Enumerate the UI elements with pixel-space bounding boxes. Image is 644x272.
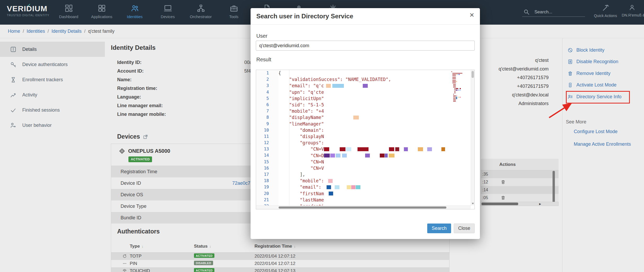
- code-gap: [324, 181, 328, 181]
- line-number: 15: [256, 159, 278, 165]
- code-line: "groups":: [278, 140, 471, 146]
- redaction-box: [353, 116, 359, 119]
- line-number: 22: [256, 203, 278, 205]
- json-result-editor[interactable]: 12345678910111213141516171819202122 { "v…: [256, 70, 475, 209]
- code-text: "CN=V: [278, 146, 324, 152]
- line-number: 8: [256, 114, 278, 121]
- code-gap: [344, 86, 363, 86]
- search-button[interactable]: Search: [427, 224, 451, 233]
- line-number: 16: [256, 165, 278, 171]
- line-number: 7: [256, 108, 278, 114]
- code-text: "CN=N: [278, 159, 324, 165]
- redaction-box: [389, 147, 394, 151]
- application-window: VERIDIUM ✓ TRUSTED DIGITAL IDENTITY Dash…: [0, 0, 644, 272]
- redaction-box: [342, 154, 347, 157]
- line-number: 18: [256, 178, 278, 184]
- redaction-box: [351, 185, 355, 189]
- code-line: "validationSuccess": "NAME_VALIDATED",: [278, 76, 471, 83]
- code-line: "email":: [278, 184, 471, 190]
- code-text: "validationSuccess": "NAME_VALIDATED",: [278, 77, 391, 82]
- editor-line-numbers: 12345678910111213141516171819202122: [256, 70, 278, 205]
- code-line: "credenti: [278, 203, 471, 205]
- code-gap: [329, 149, 340, 149]
- code-line: "lineManager": [278, 121, 471, 127]
- redaction-box: [358, 147, 369, 151]
- editor-code-area[interactable]: { "validationSuccess": "NAME_VALIDATED",…: [278, 70, 471, 205]
- redaction-box: [365, 154, 370, 157]
- redaction-box: [324, 154, 330, 157]
- code-text: "lastName: [278, 197, 324, 203]
- redaction-box: [335, 185, 339, 189]
- code-text: "email":: [278, 184, 321, 190]
- code-line: {: [278, 70, 471, 76]
- line-number: 3: [256, 83, 278, 89]
- code-text: "implicitUpn": [278, 96, 324, 101]
- redaction-box: [380, 154, 385, 157]
- close-button[interactable]: Close: [454, 224, 475, 233]
- code-line: "lastName: [278, 197, 471, 203]
- code-gap: [408, 149, 418, 149]
- redaction-box: [326, 84, 331, 88]
- redaction-box: [385, 154, 388, 157]
- code-line: "displayN: [278, 133, 471, 140]
- code-gap: [351, 149, 358, 149]
- redaction-box: [395, 147, 399, 151]
- code-gap: [370, 155, 380, 156]
- line-number: 10: [256, 127, 278, 133]
- editor-horizontal-scrollbar[interactable]: [256, 205, 471, 209]
- code-line: "firstNam: [278, 191, 471, 197]
- code-line: "upn": "q'cte: [278, 89, 471, 95]
- line-number: 12: [256, 140, 278, 146]
- code-text: "upn": "q'cte: [278, 90, 324, 95]
- code-line: "mobile":: [278, 178, 471, 184]
- line-number: 1: [256, 70, 278, 76]
- editor-vertical-scrollbar[interactable]: [471, 70, 474, 205]
- code-gap: [399, 149, 404, 149]
- redaction-box: [427, 147, 432, 151]
- user-search-input[interactable]: [256, 41, 475, 51]
- redaction-box: [324, 147, 329, 151]
- close-icon[interactable]: ×: [469, 11, 474, 19]
- code-text: "groups":: [278, 140, 324, 145]
- redaction-box: [389, 154, 394, 157]
- code-text: ],: [278, 172, 305, 177]
- line-number: 6: [256, 102, 278, 108]
- code-text: "email": "q'c: [278, 83, 324, 88]
- code-gap: [324, 117, 353, 118]
- redaction-box: [327, 185, 331, 189]
- code-line: ],: [278, 171, 471, 178]
- redaction-box: [332, 84, 344, 88]
- code-text: {: [278, 70, 281, 76]
- code-line: "email": "q'c: [278, 83, 471, 89]
- line-number: 19: [256, 184, 278, 190]
- line-number: 20: [256, 191, 278, 197]
- line-number: 5: [256, 95, 278, 102]
- code-gap: [339, 187, 347, 187]
- redaction-box: [356, 185, 360, 189]
- code-line: "CN=V: [278, 165, 471, 171]
- code-text: "displayN: [278, 134, 324, 139]
- code-text: "credenti: [278, 204, 324, 205]
- code-gap: [324, 193, 329, 194]
- redaction-box: [328, 179, 333, 183]
- code-line: "implicitUpn": [278, 95, 471, 102]
- redaction-box: [336, 154, 340, 157]
- code-text: "domain":: [278, 128, 324, 133]
- minimap-row: [451, 101, 467, 102]
- result-label: Result: [256, 57, 271, 63]
- scrollbar-thumb[interactable]: [279, 206, 446, 209]
- dialog-header: Search user in Directory Service ×: [251, 8, 480, 25]
- code-gap: [432, 149, 441, 149]
- scroll-down-icon[interactable]: [472, 203, 474, 204]
- code-text: "firstNam: [278, 191, 324, 196]
- code-gap: [321, 187, 327, 187]
- code-text: "displayName": [278, 115, 324, 120]
- scrollbar-thumb[interactable]: [472, 71, 474, 78]
- annotation-arrow-icon: [546, 101, 575, 121]
- dialog-footer: Search Close: [427, 224, 475, 233]
- line-number: 17: [256, 171, 278, 178]
- code-line: "CN=V: [278, 146, 471, 152]
- redaction-box: [329, 192, 333, 195]
- code-gap: [423, 149, 427, 149]
- code-line: "displayName": [278, 114, 471, 121]
